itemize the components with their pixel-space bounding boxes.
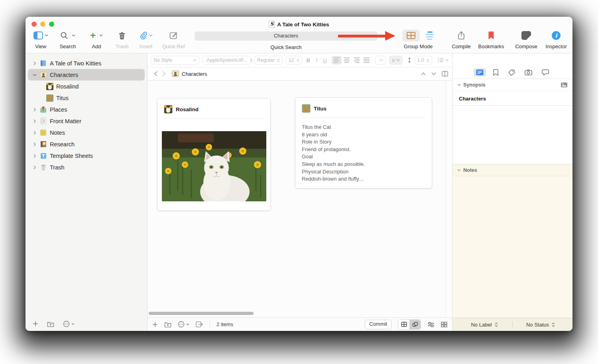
italic-button[interactable]: I — [315, 57, 319, 63]
disclosure-closed-icon[interactable] — [31, 154, 38, 158]
item-count: 2 items — [216, 321, 233, 327]
search-button[interactable]: Search — [55, 30, 81, 49]
rosalind-photo — [162, 131, 266, 201]
binder-options-button[interactable] — [63, 321, 75, 327]
binder-item-label: Template Sheets — [50, 153, 93, 159]
highlight-dropdown[interactable]: a — [389, 56, 403, 65]
disclosure-closed-icon[interactable] — [31, 119, 38, 123]
view-button[interactable]: View — [29, 30, 53, 49]
disclosure-closed-icon[interactable] — [31, 142, 38, 146]
font-variant-dropdown[interactable]: Regular — [254, 56, 283, 65]
font-dropdown[interactable]: .AppleSystemUIF... — [203, 56, 251, 65]
font-size-dropdown[interactable]: 12 — [286, 56, 302, 65]
tab-bookmarks[interactable] — [493, 69, 498, 76]
notes-body[interactable] — [452, 176, 572, 318]
binder-item-template-sheets[interactable]: Template Sheets — [28, 150, 145, 161]
add-button[interactable]: + Add — [85, 30, 108, 49]
synopsis-image-icon[interactable] — [561, 82, 568, 88]
vertical-scrollbar-track[interactable] — [446, 81, 452, 317]
binder-item-label: Places — [50, 106, 67, 113]
disclosure-closed-icon[interactable] — [31, 165, 38, 169]
tab-snapshots[interactable] — [525, 69, 532, 75]
index-card-rosalind[interactable]: Rosalind — [157, 98, 271, 211]
chevron-down-icon — [72, 34, 75, 37]
open-in-other-editor-button[interactable] — [196, 321, 203, 327]
line-spacing-dropdown[interactable]: 1.0 — [415, 56, 432, 65]
add-item-button[interactable] — [152, 322, 158, 327]
character-card-icon — [39, 71, 47, 79]
card-synopsis-text: Titus the Cat8 years oldRole in StoryFri… — [295, 118, 432, 183]
freeform-view-button[interactable] — [409, 320, 421, 329]
group-mode-control: Group Mode — [396, 30, 440, 49]
align-center-button[interactable] — [344, 57, 350, 63]
list-style-dropdown[interactable] — [438, 58, 449, 63]
next-document-button[interactable] — [431, 72, 436, 75]
compile-button[interactable]: Compile — [449, 30, 474, 49]
add-folder-button[interactable] — [47, 321, 54, 327]
binder-item-characters[interactable]: Characters — [28, 69, 145, 81]
commit-button[interactable]: Commit — [365, 320, 391, 329]
add-item-button[interactable] — [33, 321, 38, 327]
align-justify-button[interactable] — [364, 57, 370, 63]
character-card-icon — [171, 70, 179, 78]
synopsis-body[interactable]: Characters — [452, 91, 572, 164]
arrange-by-icon[interactable] — [427, 322, 435, 327]
binder-item-front-matter[interactable]: Front Matter — [28, 115, 145, 127]
nav-forward-button[interactable] — [160, 71, 168, 77]
text-color-dropdown[interactable] — [375, 56, 386, 65]
synopsis-text: Characters — [452, 91, 572, 106]
compose-icon — [521, 31, 531, 40]
style-dropdown[interactable]: No Style — [151, 56, 199, 65]
outline-mode-icon[interactable] — [425, 31, 434, 40]
card-size-grid-icon[interactable] — [441, 322, 447, 327]
quick-ref-button[interactable]: Quick Ref — [159, 30, 187, 49]
binder-item-trash[interactable]: Trash — [28, 161, 145, 173]
tab-metadata[interactable] — [508, 69, 515, 76]
binder-item-titus[interactable]: Titus — [28, 92, 145, 104]
synopsis-line: Sleep as much as possible. — [302, 161, 425, 168]
align-right-button[interactable] — [354, 57, 360, 63]
disclosure-closed-icon[interactable] — [31, 131, 38, 135]
binder-item-label: Notes — [50, 130, 65, 136]
split-view-icon[interactable] — [442, 71, 448, 77]
synopsis-line: Friend of protagonist. — [302, 146, 425, 153]
tab-notes[interactable] — [474, 68, 486, 77]
white-cat-thumb-icon — [46, 83, 53, 90]
inspector-button[interactable]: i Inspector — [543, 30, 569, 49]
research-book-icon — [39, 140, 47, 148]
insert-button[interactable]: Insert — [134, 30, 158, 49]
white-cat-thumb-icon — [164, 105, 173, 114]
underline-button[interactable]: U — [322, 57, 328, 63]
index-card-titus[interactable]: Titus Titus the Cat8 years oldRole in St… — [295, 97, 432, 189]
disclosure-closed-icon[interactable] — [31, 108, 38, 112]
binder-item-a-tale-of-two-kitties[interactable]: A Tale of Two Kitties — [28, 57, 145, 69]
bookmarks-button[interactable]: Bookmarks — [476, 30, 506, 49]
nav-back-button[interactable] — [151, 71, 160, 77]
label-dropdown[interactable]: No Label — [456, 322, 512, 328]
prev-document-button[interactable] — [421, 72, 426, 75]
status-dropdown[interactable]: No Status — [513, 322, 568, 328]
disclosure-closed-icon[interactable] — [31, 61, 38, 65]
notepad-icon — [39, 129, 47, 136]
grid-view-button[interactable] — [398, 320, 409, 329]
map-pin-icon — [39, 106, 47, 113]
notes-section-header[interactable]: Notes — [452, 164, 572, 176]
disclosure-open-icon[interactable] — [31, 74, 38, 76]
corkboard-options-button[interactable] — [178, 321, 189, 328]
stepper-icon — [277, 59, 280, 62]
binder-item-places[interactable]: Places — [28, 104, 145, 115]
synopsis-section-header[interactable]: Synopsis — [452, 79, 572, 91]
horizontal-scrollbar-thumb[interactable] — [149, 312, 254, 315]
editor-pane: No Style .AppleSystemUIF... Regular 12 B… — [148, 53, 452, 331]
corkboard-mode-button[interactable] — [402, 30, 420, 41]
binder-item-notes[interactable]: Notes — [28, 127, 145, 138]
compose-button[interactable]: Compose — [513, 30, 539, 49]
tab-comments[interactable] — [542, 69, 549, 75]
binder-item-rosalind[interactable]: Rosalind — [28, 81, 145, 92]
trash-button[interactable]: Trash — [112, 30, 132, 49]
binder-item-research[interactable]: Research — [28, 138, 145, 150]
align-left-button[interactable] — [332, 56, 342, 65]
add-folder-button[interactable] — [164, 321, 171, 327]
toolbar: S A Tale of Two Kitties View Search + A — [26, 17, 572, 53]
bold-button[interactable]: B — [305, 57, 311, 63]
